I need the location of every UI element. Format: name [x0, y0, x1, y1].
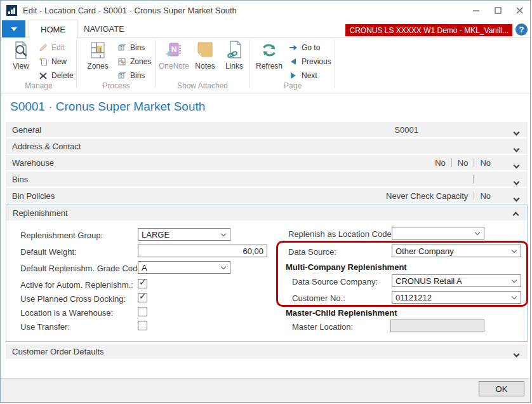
title-bar: Edit - Location Card - S0001 · Cronus Su… — [1, 1, 530, 20]
goto-button[interactable]: Go to — [288, 41, 331, 54]
location-card-window: Edit - Location Card - S0001 · Cronus Su… — [0, 0, 531, 403]
use-transfer-checkbox[interactable] — [138, 321, 147, 330]
close-button[interactable] — [509, 1, 530, 20]
ok-button[interactable]: OK — [479, 381, 524, 396]
warehouse-summary-2: No — [458, 158, 469, 168]
next-button[interactable]: Next — [288, 69, 331, 82]
notes-button[interactable]: Notes — [189, 40, 222, 71]
tab-navigate[interactable]: NAVIGATE — [72, 20, 136, 37]
window-title: Edit - Location Card - S0001 · Cronus Su… — [23, 6, 237, 15]
fasttab-replenishment-header[interactable]: Replenishment — [6, 205, 527, 220]
fasttab-general[interactable]: General S0001 — [6, 122, 528, 137]
edit-button[interactable]: Edit — [38, 41, 74, 54]
fasttab-address-contact[interactable]: Address & Contact — [6, 138, 528, 154]
checkmark-icon: ✓ — [139, 291, 147, 301]
zones-button[interactable]: Zones — [81, 40, 114, 71]
master-location-input — [390, 320, 484, 332]
fasttab-customer-order-defaults-label: Customer Order Defaults — [12, 347, 104, 356]
chevron-down-icon[interactable] — [514, 146, 520, 152]
data-source-company-dropdown[interactable]: CRONUS Retail A — [392, 274, 521, 287]
links-button[interactable]: Links — [218, 40, 251, 71]
bins-top-label: Bins — [130, 43, 145, 52]
notes-sticky-icon — [195, 40, 215, 60]
chevron-down-icon — [221, 231, 226, 236]
bins-button-bottom[interactable]: Bins — [117, 69, 151, 82]
fasttab-replenishment-panel: Replenishment Replenishment Group: LARGE… — [6, 205, 528, 342]
master-child-replenishment-header: Master-Child Replenishment — [286, 308, 397, 318]
default-weight-value: 60,00 — [243, 246, 263, 256]
manage-group-label: Manage — [3, 81, 74, 90]
grade-code-label: Default Replenishm. Grade Code: — [20, 264, 144, 273]
active-autom-replenishm-checkbox[interactable]: ✓ — [138, 279, 147, 288]
master-location-label: Master Location: — [292, 322, 353, 332]
replenishment-group-value: LARGE — [142, 230, 170, 239]
next-label: Next — [302, 71, 317, 80]
dropdown-arrow-icon — [11, 27, 17, 31]
chevron-up-icon[interactable] — [513, 212, 519, 219]
show-attached-group-label: Show Attached — [157, 81, 248, 90]
chevron-down-icon[interactable] — [514, 163, 520, 169]
svg-text:N: N — [171, 45, 177, 54]
minimize-button[interactable] — [465, 1, 487, 20]
planned-cross-docking-label: Use Planned Cross Docking: — [20, 294, 126, 304]
process-group-label: Process — [79, 81, 154, 90]
use-transfer-label: Use Transfer: — [20, 322, 70, 332]
ribbon-tab-strip: HOME NAVIGATE CRONUS LS XXXXX W1 Demo - … — [1, 20, 530, 37]
goto-arrow-icon — [288, 43, 298, 53]
chevron-down-icon — [475, 229, 480, 234]
ribbon: View Edit New — [1, 37, 530, 93]
chevron-down-icon[interactable] — [514, 196, 520, 202]
chevron-down-icon[interactable] — [514, 351, 520, 358]
previous-button[interactable]: Previous — [288, 55, 331, 68]
help-icon[interactable]: ? — [515, 24, 528, 36]
page-title: S0001 · Cronus Super Market South — [10, 100, 205, 114]
replenish-as-location-label: Replenish as Location Code: — [288, 229, 394, 239]
fasttab-customer-order-defaults[interactable]: Customer Order Defaults — [6, 344, 528, 359]
fasttab-bin-policies[interactable]: Bin Policies Never Check Capacity No — [6, 188, 528, 203]
replenish-as-location-dropdown[interactable] — [392, 227, 484, 239]
data-source-dropdown[interactable]: Other Company — [392, 245, 521, 257]
zones-small-button[interactable]: Zones — [117, 55, 151, 68]
application-menu-button[interactable] — [2, 20, 25, 37]
view-icon — [11, 40, 31, 60]
grade-code-dropdown[interactable]: A — [138, 261, 230, 274]
zones-label: Zones — [87, 62, 108, 71]
general-summary-value: S0001 — [394, 125, 418, 135]
view-button[interactable]: View — [4, 40, 37, 71]
chevron-down-icon[interactable] — [514, 130, 520, 136]
onenote-button[interactable]: N OneNote — [157, 40, 190, 71]
customer-no-value: 01121212 — [396, 293, 432, 302]
refresh-button[interactable]: Refresh — [253, 40, 286, 71]
delete-button[interactable]: Delete — [38, 69, 74, 82]
tab-home[interactable]: HOME — [29, 20, 77, 38]
replenishment-group-dropdown[interactable]: LARGE — [138, 228, 230, 241]
goto-label: Go to — [302, 43, 320, 52]
fasttab-warehouse[interactable]: Warehouse No No No — [6, 155, 528, 170]
chevron-down-icon[interactable] — [514, 179, 520, 185]
new-button[interactable]: New — [38, 55, 74, 68]
fasttab-bins[interactable]: Bins — [6, 172, 528, 187]
warehouse-summary-1: No — [435, 158, 446, 168]
zones-grid-icon — [117, 57, 127, 67]
customer-no-label: Customer No.: — [292, 293, 345, 303]
previous-arrow-icon — [288, 57, 298, 67]
bin-policies-summary-1: Never Check Capacity — [386, 191, 468, 201]
zones-small-label: Zones — [130, 57, 151, 66]
refresh-icon — [259, 40, 279, 60]
company-badge[interactable]: CRONUS LS XXXXX W1 Demo - MKL_Vanill... — [345, 24, 512, 36]
location-is-warehouse-label: Location is a Warehouse: — [20, 308, 113, 318]
maximize-button[interactable] — [487, 1, 509, 20]
bins-icon — [117, 43, 127, 53]
checkmark-icon: ✓ — [139, 277, 147, 287]
planned-cross-docking-checkbox[interactable]: ✓ — [138, 293, 147, 302]
location-is-warehouse-checkbox[interactable] — [138, 307, 147, 316]
bins-bottom-label: Bins — [130, 71, 145, 80]
default-weight-input[interactable]: 60,00 — [138, 245, 267, 257]
onenote-label: OneNote — [159, 62, 189, 71]
fasttab-bins-label: Bins — [12, 175, 28, 184]
multi-company-replenishment-header: Multi-Company Replenishment — [286, 262, 407, 272]
bins-button-top[interactable]: Bins — [117, 41, 151, 54]
delete-x-icon — [38, 71, 48, 81]
links-label: Links — [225, 62, 243, 71]
customer-no-dropdown[interactable]: 01121212 — [392, 291, 521, 304]
